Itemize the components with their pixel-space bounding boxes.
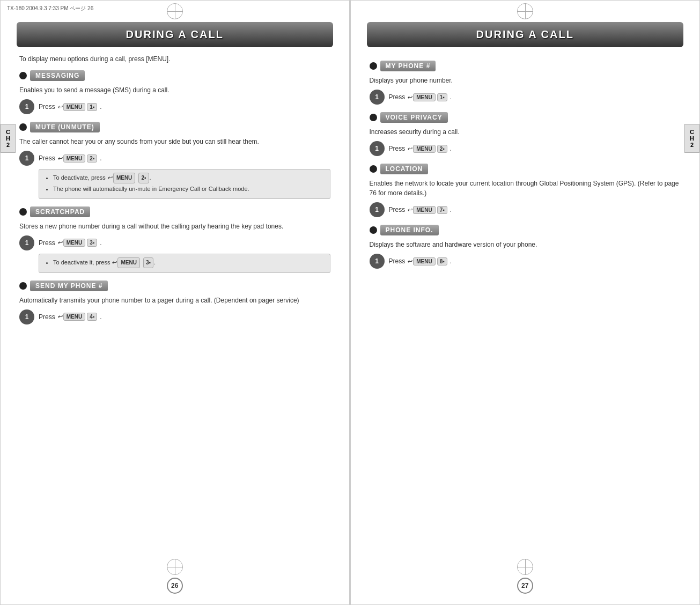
location-step-text: Press ↩ MENU 7▪ .	[389, 206, 452, 214]
messaging-step-text: Press ↩ MENU 1▪ .	[39, 103, 102, 111]
phone-info-description: Displays the software and hardware versi…	[370, 240, 681, 249]
scratchpad-step-num: 1	[19, 235, 34, 250]
bottom-crosshair-left	[167, 559, 183, 575]
left-intro-text: To display menu options during a call, p…	[19, 55, 330, 63]
send-phone-dot	[19, 282, 27, 290]
my-phone-step-row: 1 Press ↩ MENU 1▪ .	[370, 90, 681, 105]
messaging-description: Enables you to send a message (SMS) duri…	[19, 85, 330, 95]
mute-menu-icon: ↩ MENU 2▪	[57, 154, 98, 163]
mute-section-heading: MUTE (UNMUTE)	[19, 122, 330, 132]
send-phone-menu-icon: ↩ MENU 4▪	[57, 313, 98, 321]
my-phone-dot	[370, 62, 377, 70]
voice-privacy-step-num: 1	[370, 141, 385, 156]
scratchpad-description: Stores a new phone number during a call …	[19, 222, 330, 231]
my-phone-step-num: 1	[370, 90, 385, 105]
send-phone-section-heading: SEND MY PHONE #	[19, 281, 330, 291]
right-page: DURING A CALL C H 2 MY PHONE # Displays …	[350, 0, 701, 605]
left-page-number: 26	[167, 578, 183, 594]
messaging-menu-icon: ↩ MENU 1▪	[57, 103, 98, 111]
location-dot	[370, 165, 377, 173]
mute-label: MUTE (UNMUTE)	[30, 122, 100, 132]
send-phone-step-text: Press ↩ MENU 4▪ .	[39, 313, 102, 321]
chapter-tab-right: C H 2	[684, 124, 699, 153]
voice-privacy-menu-icon: ↩ MENU 2▪	[407, 145, 448, 153]
left-page-content: To display menu options during a call, p…	[19, 47, 330, 324]
voice-privacy-dot	[370, 114, 377, 121]
scratchpad-step-row: 1 Press ↩ MENU 3▪ .	[19, 235, 330, 250]
right-page-number: 27	[517, 578, 533, 594]
phone-info-step-num: 1	[370, 254, 385, 269]
voice-privacy-step-row: 1 Press ↩ MENU 2▪ .	[370, 141, 681, 156]
top-crosshair-right	[517, 3, 533, 19]
voice-privacy-section-heading: VOICE PRIVACY	[370, 112, 681, 123]
right-page-header-banner: DURING A CALL	[367, 22, 684, 47]
messaging-dot	[19, 72, 27, 79]
voice-privacy-label: VOICE PRIVACY	[380, 112, 448, 123]
send-phone-step-row: 1 Press ↩ MENU 4▪ .	[19, 309, 330, 324]
phone-info-menu-icon: ↩ MENU 8▪	[407, 257, 448, 265]
phone-info-section-heading: PHONE INFO.	[370, 225, 681, 235]
bottom-crosshair-right	[517, 559, 533, 575]
right-page-content: MY PHONE # Displays your phone number. 1…	[370, 47, 681, 269]
left-page-header-banner: DURING A CALL	[17, 22, 333, 47]
location-section-heading: LOCATION	[370, 164, 681, 174]
messaging-label: MESSAGING	[30, 70, 85, 81]
mute-bullet-box: To deactivate, press ↩MENU 2▪. The phone…	[39, 169, 330, 199]
messaging-section-heading: MESSAGING	[19, 70, 330, 81]
mute-step-text: Press ↩ MENU 2▪ .	[39, 154, 102, 163]
messaging-step-num: 1	[19, 99, 34, 114]
scratchpad-menu-icon: ↩ MENU 3▪	[57, 239, 98, 247]
location-step-row: 1 Press ↩ MENU 7▪ .	[370, 202, 681, 217]
my-phone-step-text: Press ↩ MENU 1▪ .	[389, 93, 452, 101]
left-page-title: DURING A CALL	[17, 28, 333, 41]
my-phone-menu-icon: ↩ MENU 1▪	[407, 93, 448, 101]
scratchpad-step-text: Press ↩ MENU 3▪ .	[39, 239, 102, 247]
scratchpad-label: SCRATCHPAD	[30, 206, 90, 217]
scratchpad-dot	[19, 208, 27, 216]
messaging-step-row: 1 Press ↩ MENU 1▪ .	[19, 99, 330, 114]
scratchpad-section-heading: SCRATCHPAD	[19, 206, 330, 217]
location-label: LOCATION	[380, 164, 429, 174]
chapter-tab-left: C H 2	[1, 124, 16, 153]
send-phone-step-num: 1	[19, 309, 34, 324]
phone-info-step-text: Press ↩ MENU 8▪ .	[389, 257, 452, 265]
send-phone-description: Automatically transmits your phone numbe…	[19, 296, 330, 305]
phone-info-step-row: 1 Press ↩ MENU 8▪ .	[370, 254, 681, 269]
location-description: Enables the network to locate your curre…	[370, 179, 681, 198]
mute-step-row: 1 Press ↩ MENU 2▪ .	[19, 151, 330, 166]
my-phone-section-heading: MY PHONE #	[370, 61, 681, 71]
phone-info-label: PHONE INFO.	[380, 225, 439, 235]
my-phone-label: MY PHONE #	[380, 61, 436, 71]
right-page-title: DURING A CALL	[367, 28, 684, 41]
voice-privacy-step-text: Press ↩ MENU 2▪ .	[389, 145, 452, 153]
send-phone-label: SEND MY PHONE #	[30, 281, 108, 291]
top-bar: TX-180 2004.9.3 7:33 PM ページ 26	[7, 5, 93, 12]
my-phone-description: Displays your phone number.	[370, 76, 681, 85]
location-menu-icon: ↩ MENU 7▪	[407, 206, 448, 214]
left-page: TX-180 2004.9.3 7:33 PM ページ 26 C H 2 DUR…	[0, 0, 350, 605]
scratchpad-bullet-box: To deactivate it, press ↩MENU 3▪.	[39, 254, 330, 273]
mute-dot	[19, 123, 27, 131]
mute-description: The caller cannot hear you or any sounds…	[19, 137, 330, 146]
voice-privacy-description: Increases security during a call.	[370, 127, 681, 137]
top-crosshair-decoration	[167, 3, 183, 19]
mute-step-num: 1	[19, 151, 34, 166]
phone-info-dot	[370, 226, 377, 234]
location-step-num: 1	[370, 202, 385, 217]
